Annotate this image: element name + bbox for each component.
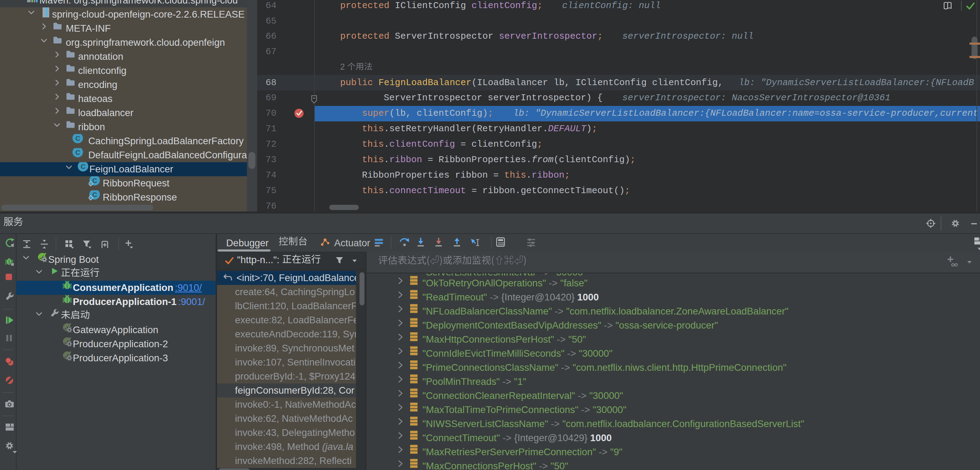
svg-text:C: C [81, 163, 86, 170]
svg-text:C: C [75, 135, 80, 142]
svg-text:C: C [75, 149, 80, 156]
svg-text:C: C [92, 191, 97, 198]
svg-text:C: C [92, 177, 97, 184]
